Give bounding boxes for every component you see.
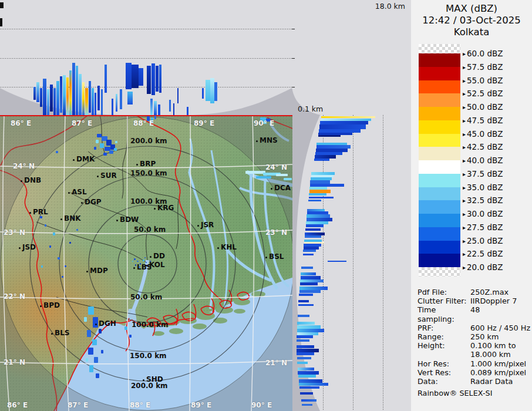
echo-column [40, 88, 42, 107]
city-label: DCA [274, 184, 291, 192]
echo-column [139, 68, 143, 86]
echo-column [85, 88, 88, 115]
graticule-label: 90° E [254, 119, 274, 127]
echo-column [97, 86, 100, 110]
edge-mark [0, 2, 4, 8]
level-marker-icon: ▸ [463, 197, 466, 204]
metadata-value: Radar Data [470, 377, 529, 386]
range-ring-label: 150.0 km [130, 169, 167, 177]
echo-column [127, 92, 133, 105]
blind-zone-shape [292, 115, 411, 411]
echo-row [306, 224, 324, 227]
level-text: 35.0 dBZ [467, 183, 503, 192]
level-text: 37.5 dBZ [467, 169, 503, 178]
range-ring-label: 50.0 km [134, 225, 166, 234]
city-dot [19, 247, 21, 249]
metadata-label: Height: [417, 341, 470, 350]
metadata-value: 48 [470, 305, 529, 323]
legend-band [419, 120, 460, 134]
echo-column [76, 66, 78, 115]
legend-level-label: ▸60.0 dBZ [463, 49, 503, 58]
radar-app-window: 18.0 km 0.1 km [0, 0, 532, 411]
legend-level-label: ▸22.5 dBZ [463, 249, 503, 258]
echo-row [298, 315, 309, 317]
product-metadata: Pdf File:250Z.maxClutter Filter:IIRDoppl… [417, 288, 529, 397]
echo-column [158, 105, 160, 115]
city-dot [116, 220, 118, 221]
level-marker-icon: ▸ [463, 117, 466, 124]
product-title: MAX (dBZ) [411, 3, 532, 15]
profile-axis-corner-panel: 18.0 km 0.1 km [292, 0, 411, 115]
legend-band [419, 187, 460, 201]
echo-column [47, 89, 49, 115]
echo-row [297, 335, 313, 338]
city-dot [60, 218, 62, 220]
graticule-label: 89° E [191, 401, 211, 409]
metadata-label: Clutter Filter: [417, 297, 470, 305]
legend-level-label: ▸52.5 dBZ [463, 89, 503, 98]
city-label: BLS [55, 329, 69, 337]
echo-row [297, 362, 308, 364]
metadata-row: Clutter Filter:IIRDoppler 7 [417, 297, 529, 305]
echo-column [214, 82, 217, 101]
city-label: ASL [72, 188, 87, 196]
level-marker-icon: ▸ [463, 238, 466, 244]
legend-level-label: ▸47.5 dBZ [463, 116, 503, 125]
graticule-label: 90° E [251, 401, 272, 409]
metadata-value: 250 km [470, 332, 529, 341]
graticule-label: 86° E [11, 119, 31, 127]
level-text: 40.0 dBZ [467, 156, 503, 165]
echo-row [314, 159, 329, 161]
legend-level-label: ▸27.5 dBZ [463, 223, 503, 232]
level-marker-icon: ▸ [463, 157, 466, 164]
city-dot [73, 159, 75, 161]
city-label: DD [153, 252, 165, 260]
edge-mark [0, 18, 2, 26]
graticule-label: 89° E [194, 119, 214, 127]
metadata-row: Height:0.100 km to [417, 341, 529, 350]
echo-row [321, 116, 375, 118]
echo-row [301, 272, 316, 275]
legend-panel: MAX (dBZ) 12:42 / 03-Oct-2025 Kolkata ▸6… [411, 0, 532, 411]
graticule-label: 86° E [7, 401, 28, 409]
city-dot [95, 324, 97, 325]
city-dot [150, 256, 151, 258]
level-marker-icon: ▸ [463, 78, 466, 84]
echo-column [72, 63, 75, 115]
city-label: BRP [140, 160, 156, 168]
legend-band [419, 227, 460, 241]
level-text: 55.0 dBZ [467, 76, 503, 85]
echo-column [112, 99, 113, 115]
city-dot [143, 379, 144, 381]
city-label: DNB [24, 176, 41, 184]
graticule-label: 88° E [133, 119, 154, 127]
echo-column [95, 93, 96, 115]
graticule-label: 87° E [72, 119, 92, 127]
legend-band [419, 147, 460, 160]
echo-row [301, 267, 313, 269]
city-label: JSD [22, 243, 36, 251]
city-dot [197, 225, 199, 227]
echo-row [297, 357, 311, 359]
level-text: 27.5 dBZ [467, 223, 503, 232]
metadata-value: 1.000 km/pixel [470, 359, 529, 368]
echo-row [298, 304, 314, 306]
metadata-label: Hor Res: [417, 359, 470, 368]
range-ring-label: 50.0 km [130, 293, 162, 301]
level-marker-icon: ▸ [463, 90, 466, 97]
echo-row [298, 300, 309, 302]
echo-column [60, 76, 62, 113]
level-text: 22.5 dBZ [467, 249, 503, 258]
city-dot [40, 305, 42, 307]
echo-row [309, 193, 326, 196]
range-ring-label: 100.0 km [132, 321, 169, 329]
city-dot [133, 267, 135, 269]
metadata-label: Time sampling: [417, 305, 470, 323]
echo-row [305, 235, 321, 238]
legend-band [419, 200, 460, 214]
metadata-value: 600 Hz / 450 Hz [470, 324, 530, 332]
echo-row [309, 197, 334, 198]
city-label: KHL [221, 243, 237, 251]
metadata-row: Range:250 km [417, 332, 529, 341]
city-dot [51, 333, 53, 335]
